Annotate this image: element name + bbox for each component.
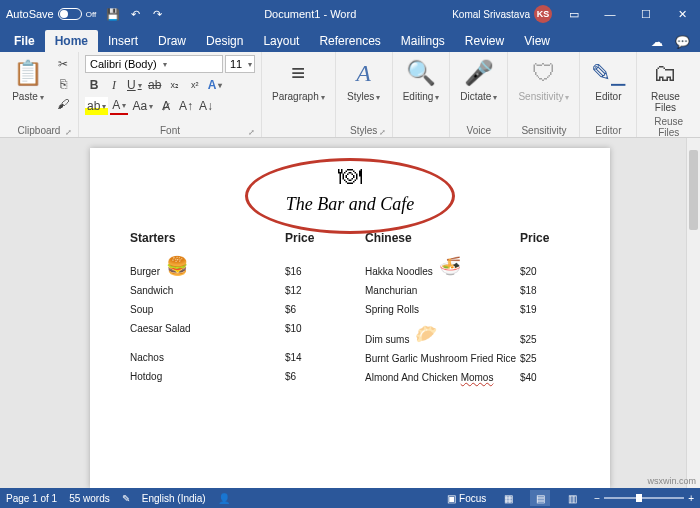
grow-font-button[interactable]: A↑ [177, 97, 195, 115]
format-painter-button[interactable]: 🖌 [54, 95, 72, 113]
item-price: $6 [285, 304, 335, 315]
tab-insert[interactable]: Insert [98, 30, 148, 52]
menu-item[interactable]: Manchurian$18 [365, 285, 570, 296]
user-account[interactable]: Komal Srivastava KS [452, 5, 556, 23]
text-effects-button[interactable]: A▾ [206, 76, 225, 94]
menu-item[interactable]: Soup$6 [130, 304, 335, 315]
cut-button[interactable]: ✂ [54, 55, 72, 73]
font-size-select[interactable]: 11▾ [225, 55, 255, 73]
web-layout-button[interactable]: ▥ [562, 490, 582, 506]
comments-button[interactable]: 💬 [669, 32, 696, 52]
annotation-oval [245, 158, 455, 234]
vertical-scrollbar[interactable] [686, 138, 700, 488]
accessibility-icon[interactable]: 👤 [218, 493, 230, 504]
close-button[interactable]: ✕ [664, 0, 700, 28]
clipboard-launcher[interactable]: ⤢ [65, 128, 72, 137]
ribbon: 📋 Paste▾ ✂ ⎘ 🖌 Clipboard⤢ Calibri (Body)… [0, 52, 700, 138]
group-clipboard: 📋 Paste▾ ✂ ⎘ 🖌 Clipboard⤢ [0, 52, 79, 137]
tab-draw[interactable]: Draw [148, 30, 196, 52]
zoom-track[interactable] [604, 497, 684, 499]
paste-button[interactable]: 📋 Paste▾ [6, 55, 50, 124]
styles-launcher[interactable]: ⤢ [379, 128, 386, 137]
menu-item[interactable]: Hotdog$6 [130, 371, 335, 382]
tab-file[interactable]: File [4, 30, 45, 52]
font-color-button[interactable]: A▾ [110, 97, 128, 115]
paragraph-button[interactable]: ≡ Paragraph▾ [268, 55, 329, 124]
tab-mailings[interactable]: Mailings [391, 30, 455, 52]
zoom-thumb[interactable] [636, 494, 642, 502]
maximize-button[interactable]: ☐ [628, 0, 664, 28]
strike-button[interactable]: ab [146, 76, 164, 94]
editing-button[interactable]: 🔍 Editing▾ [399, 55, 444, 124]
sensitivity-icon: 🛡 [532, 57, 556, 89]
print-layout-button[interactable]: ▤ [530, 490, 550, 506]
menu-item[interactable]: Spring Rolls$19 [365, 304, 570, 315]
tab-design[interactable]: Design [196, 30, 253, 52]
menu-item[interactable]: Nachos$14 [130, 352, 335, 363]
page-indicator[interactable]: Page 1 of 1 [6, 493, 57, 504]
item-price: $25 [520, 353, 570, 364]
document-title: Document1 - Word [168, 8, 452, 20]
redo-button[interactable]: ↷ [146, 3, 168, 25]
toggle-off-icon [58, 8, 82, 20]
document-area[interactable]: 🍽 The Bar and Cafe Starters Price Burger… [0, 138, 700, 488]
menu-item[interactable]: Burger🍔$16 [130, 255, 335, 277]
highlight-button[interactable]: ab▾ [85, 97, 108, 115]
autosave-toggle[interactable]: AutoSave Off [0, 8, 102, 20]
menu-item[interactable]: Sandwich$12 [130, 285, 335, 296]
zoom-slider[interactable]: − + [594, 493, 694, 504]
italic-button[interactable]: I [105, 76, 123, 94]
group-paragraph: ≡ Paragraph▾ [262, 52, 336, 137]
ribbon-display-button[interactable]: ▭ [556, 0, 592, 28]
item-name: Burger [130, 266, 160, 277]
menu-item[interactable]: Hakka Noodles🍜$20 [365, 255, 570, 277]
document-header: 🍽 The Bar and Cafe [130, 162, 570, 215]
zoom-in-button[interactable]: + [688, 493, 694, 504]
tab-home[interactable]: Home [45, 30, 98, 52]
tab-review[interactable]: Review [455, 30, 514, 52]
undo-button[interactable]: ↶ [124, 3, 146, 25]
subscript-button[interactable]: x₂ [166, 76, 184, 94]
spellcheck-icon[interactable]: ✎ [122, 493, 130, 504]
menu-item[interactable]: Burnt Garlic Mushroom Fried Rice$25 [365, 353, 570, 364]
focus-mode[interactable]: ▣ Focus [447, 493, 486, 504]
save-button[interactable]: 💾 [102, 3, 124, 25]
document-page[interactable]: 🍽 The Bar and Cafe Starters Price Burger… [90, 148, 610, 488]
font-name-select[interactable]: Calibri (Body)▾ [85, 55, 223, 73]
underline-button[interactable]: U▾ [125, 76, 144, 94]
tab-view[interactable]: View [514, 30, 560, 52]
language-indicator[interactable]: English (India) [142, 493, 206, 504]
bold-button[interactable]: B [85, 76, 103, 94]
shrink-font-button[interactable]: A↓ [197, 97, 215, 115]
word-count[interactable]: 55 words [69, 493, 110, 504]
read-mode-button[interactable]: ▦ [498, 490, 518, 506]
menu-tabs: File Home Insert Draw Design Layout Refe… [0, 28, 700, 52]
styles-button[interactable]: A Styles▾ [342, 55, 386, 124]
font-launcher[interactable]: ⤢ [248, 128, 255, 137]
superscript-button[interactable]: x² [186, 76, 204, 94]
dictate-button[interactable]: 🎤 Dictate▾ [456, 55, 501, 124]
group-styles: A Styles▾ Styles⤢ [336, 52, 393, 137]
scrollbar-thumb[interactable] [689, 150, 698, 230]
user-name: Komal Srivastava [452, 9, 530, 20]
menu-item[interactable]: Caesar Salad$10 [130, 323, 335, 334]
change-case-button[interactable]: Aa▾ [130, 97, 155, 115]
zoom-out-button[interactable]: − [594, 493, 600, 504]
search-icon: 🔍 [406, 57, 436, 89]
reuse-files-button[interactable]: 🗂 Reuse Files [643, 55, 687, 115]
item-name: Hotdog [130, 371, 162, 382]
item-name: Spring Rolls [365, 304, 419, 315]
clear-format-button[interactable]: A̷ [157, 97, 175, 115]
tab-references[interactable]: References [309, 30, 390, 52]
price-header: Price [520, 231, 570, 245]
share-button[interactable]: ☁ [645, 32, 669, 52]
menu-item[interactable]: Almond And Chicken Momos$40 [365, 372, 570, 383]
title-bar: AutoSave Off 💾 ↶ ↷ Document1 - Word Koma… [0, 0, 700, 28]
copy-button[interactable]: ⎘ [54, 75, 72, 93]
minimize-button[interactable]: — [592, 0, 628, 28]
tab-layout[interactable]: Layout [253, 30, 309, 52]
editor-button[interactable]: ✎⎯ Editor [586, 55, 630, 124]
item-price: $12 [285, 285, 335, 296]
menu-item[interactable]: Dim sums🥟$25 [365, 323, 570, 345]
reuse-files-icon: 🗂 [653, 57, 677, 89]
